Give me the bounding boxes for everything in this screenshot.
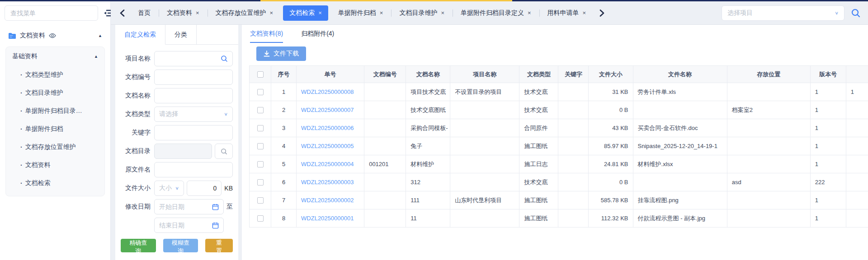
topbar-tab[interactable]: 首页 bbox=[130, 1, 159, 25]
cell-doc_type: 技术交底 bbox=[519, 83, 558, 101]
doc-name-input[interactable] bbox=[159, 88, 228, 103]
sidebar-item[interactable]: 单据附件归档 bbox=[6, 120, 104, 138]
keyword-input[interactable] bbox=[159, 125, 228, 140]
results-panel: 文档资料(8)归档附件(4) 文件下载 bbox=[242, 25, 868, 260]
sidebar-item[interactable]: 文档检索 bbox=[6, 174, 104, 192]
results-tabs: 文档资料(8)归档附件(4) bbox=[242, 25, 868, 43]
filter-tab-category[interactable]: 分类 bbox=[165, 25, 197, 45]
row-checkbox[interactable] bbox=[257, 161, 264, 167]
tab-close-icon[interactable]: × bbox=[196, 9, 199, 16]
sidebar-group-header[interactable]: 基础资料 ▲ bbox=[6, 47, 104, 66]
order-no-link[interactable]: WDZL20250000008 bbox=[301, 88, 354, 95]
cell-order_no: WDZL20250000008 bbox=[297, 83, 364, 101]
doc-dir-search-button[interactable] bbox=[215, 144, 233, 159]
search-icon[interactable] bbox=[221, 55, 228, 62]
order-no-link[interactable]: WDZL20250000006 bbox=[301, 125, 354, 131]
tabs-scroll-right-icon[interactable] bbox=[594, 1, 609, 25]
sidebar-item-label: 文档类型维护 bbox=[25, 71, 63, 79]
cell-doc_no bbox=[364, 173, 406, 191]
topbar-search-icon[interactable] bbox=[851, 8, 861, 18]
calendar-icon[interactable] bbox=[212, 222, 219, 229]
table-row: 8WDZL2025000000111施工图纸112.32 KB付款流程示意图 -… bbox=[250, 209, 868, 228]
tab-close-icon[interactable]: × bbox=[441, 9, 444, 16]
doc-type-select[interactable]: 请选择 ∨ bbox=[154, 107, 233, 122]
row-checkbox[interactable] bbox=[257, 107, 264, 113]
results-tab[interactable]: 文档资料(8) bbox=[250, 25, 283, 43]
order-no-link[interactable]: WDZL20250000007 bbox=[301, 107, 354, 113]
size-compare-select[interactable]: 大小 ∨ bbox=[154, 181, 184, 196]
cell-doc_name: 采购合同模板- bbox=[406, 119, 450, 137]
sidebar-item[interactable]: 文档存放位置维护 bbox=[6, 138, 104, 156]
collapse-caret-icon[interactable]: ▲ bbox=[94, 55, 98, 59]
tab-close-icon[interactable]: × bbox=[318, 9, 322, 16]
sidebar-item[interactable]: 单据附件归档目录… bbox=[6, 102, 104, 120]
download-button[interactable]: 文件下载 bbox=[256, 46, 306, 61]
collapse-caret-icon[interactable]: ▲ bbox=[98, 34, 102, 38]
tabs-scroll-left-icon[interactable] bbox=[114, 1, 130, 25]
cell-doc_no bbox=[364, 119, 406, 137]
chevron-down-icon: ∨ bbox=[224, 111, 228, 116]
project-select[interactable]: 选择项目 ∨ bbox=[722, 5, 844, 21]
tab-strip: 首页 文档资料 × 文档存放位置维护 × 文档检索 × 单据附件归档 × 文档目… bbox=[130, 1, 594, 25]
tab-close-icon[interactable]: × bbox=[528, 9, 531, 16]
cell-doc_name: 312 bbox=[406, 173, 450, 191]
select-all-checkbox[interactable] bbox=[257, 71, 264, 78]
order-no-link[interactable]: WDZL20250000001 bbox=[301, 215, 354, 222]
table-row: 2WDZL20250000007技术交底图纸技术交底0 B档案室21 bbox=[250, 101, 868, 119]
topbar-tab[interactable]: 单据附件归档目录定义 × bbox=[453, 1, 539, 25]
cell-size: 585.78 KB bbox=[589, 191, 633, 209]
date-start-input[interactable] bbox=[159, 200, 209, 214]
tab-close-icon[interactable]: × bbox=[583, 9, 586, 16]
row-checkbox[interactable] bbox=[257, 197, 264, 204]
row-checkbox[interactable] bbox=[257, 125, 264, 131]
cell-keyword bbox=[558, 119, 589, 137]
sidebar-item[interactable]: 文档资料 bbox=[6, 156, 104, 174]
calendar-icon[interactable] bbox=[212, 204, 219, 210]
sidebar-item[interactable]: 文档目录维护 bbox=[6, 84, 104, 102]
menu-search-input[interactable] bbox=[5, 5, 98, 21]
row-checkbox[interactable] bbox=[257, 215, 264, 222]
tab-label: 文档存放位置维护 bbox=[216, 9, 266, 17]
order-no-link[interactable]: WDZL20250000004 bbox=[301, 161, 354, 167]
eye-icon[interactable] bbox=[49, 33, 56, 38]
col-header-size: 文件大小 bbox=[589, 66, 633, 83]
sidebar-root-node[interactable]: 文档资料 ▲ bbox=[5, 27, 105, 45]
topbar-tab[interactable]: 文档目录维护 × bbox=[391, 1, 453, 25]
cell-project bbox=[450, 209, 519, 228]
doc-no-input[interactable] bbox=[159, 70, 228, 84]
col-header-version: 版本号 bbox=[810, 66, 846, 83]
row-checkbox[interactable] bbox=[257, 89, 264, 95]
topbar-tab[interactable]: 文档存放位置维护 × bbox=[208, 1, 282, 25]
results-tab[interactable]: 归档附件(4) bbox=[301, 25, 334, 43]
date-end-input[interactable] bbox=[159, 218, 209, 232]
col-header-checkbox bbox=[250, 66, 271, 83]
cell-keyword bbox=[558, 137, 589, 155]
order-no-link[interactable]: WDZL20250000005 bbox=[301, 143, 354, 149]
cell-file_name: 买卖合同-金石软件.doc bbox=[633, 119, 727, 137]
exact-query-button[interactable]: 精确查询 bbox=[121, 239, 156, 252]
project-name-input[interactable] bbox=[159, 51, 218, 66]
col-header-extra bbox=[846, 66, 868, 83]
tab-close-icon[interactable]: × bbox=[380, 9, 383, 16]
order-no-link[interactable]: WDZL20250000002 bbox=[301, 197, 354, 204]
row-checkbox[interactable] bbox=[257, 179, 264, 186]
filter-tab-custom[interactable]: 自定义检索 bbox=[115, 25, 165, 45]
fuzzy-query-button[interactable]: 模糊查询 bbox=[163, 239, 198, 252]
topbar-tab[interactable]: 用料申请单 × bbox=[539, 1, 594, 25]
cell-extra bbox=[846, 209, 868, 228]
orig-file-input[interactable] bbox=[159, 162, 228, 177]
cell-size: 0 B bbox=[589, 173, 633, 191]
cell-keyword bbox=[558, 173, 589, 191]
order-no-link[interactable]: WDZL20250000003 bbox=[301, 179, 354, 186]
topbar-tab[interactable]: 单据附件归档 × bbox=[330, 1, 392, 25]
topbar-tab[interactable]: 文档资料 × bbox=[159, 1, 208, 25]
cell-location bbox=[727, 137, 810, 155]
topbar-tab[interactable]: 文档检索 × bbox=[283, 5, 328, 21]
folder-icon bbox=[8, 32, 16, 39]
file-size-input[interactable] bbox=[192, 181, 217, 195]
sidebar-item-label: 文档存放位置维护 bbox=[25, 143, 76, 151]
tab-close-icon[interactable]: × bbox=[270, 9, 274, 16]
reset-button[interactable]: 重置 bbox=[205, 239, 233, 252]
sidebar-item[interactable]: 文档类型维护 bbox=[6, 66, 104, 84]
row-checkbox[interactable] bbox=[257, 143, 264, 149]
